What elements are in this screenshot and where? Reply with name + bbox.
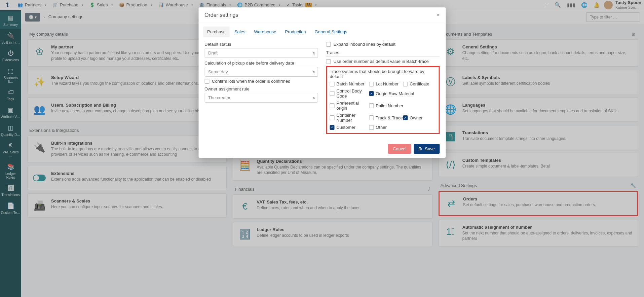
owner-rule-label: Owner assignment rule — [204, 86, 318, 91]
default-status-select[interactable]: Draft — [204, 48, 318, 58]
modal-header: Order settings × — [198, 7, 446, 23]
tab-sales[interactable]: Sales — [230, 27, 250, 37]
modal-footer: Cancel 🗎 Save — [198, 140, 446, 158]
confirm-lots-checkbox[interactable]: Confirm lots when the order is confirmed — [204, 79, 318, 84]
cancel-button[interactable]: Cancel — [388, 144, 411, 154]
owner-rule-select[interactable]: The creator — [204, 93, 318, 103]
trace-checkbox-track-trace[interactable]: Track & Trace — [369, 113, 403, 123]
close-icon[interactable]: × — [437, 12, 440, 18]
trace-checkbox-pallet-number[interactable]: Pallet Number — [369, 101, 436, 111]
trace-checkbox-control-body-code[interactable]: Control Body Code — [330, 88, 369, 99]
calc-pickup-select[interactable]: Same day — [204, 67, 318, 77]
modal-title: Order settings — [204, 12, 238, 18]
trace-checkbox-lot-number[interactable]: Lot Number — [369, 81, 403, 86]
trace-checkbox-other[interactable]: Other — [369, 125, 436, 130]
calc-pickup-label: Calculation of pickup date before delive… — [204, 61, 318, 66]
tab-purchase[interactable]: Purchase — [203, 27, 230, 37]
trace-forward-label: Trace systems that should be brought for… — [330, 69, 436, 79]
modal-tabs: Purchase Sales Warehouse Production Gene… — [198, 23, 446, 37]
traces-section-title: Traces — [326, 50, 440, 57]
use-order-number-checkbox[interactable]: Use order number as default value in Bat… — [326, 59, 440, 64]
default-status-label: Default status — [204, 42, 318, 47]
order-settings-modal: Order settings × Purchase Sales Warehous… — [198, 7, 446, 158]
trace-checkbox-container-number[interactable]: Container Number — [330, 113, 369, 123]
trace-checkbox-certificate[interactable]: Certificate — [403, 81, 436, 86]
trace-checkbox-origin-raw-material[interactable]: ✓Origin Raw Material — [369, 88, 436, 99]
trace-checkbox-customer[interactable]: ✓Customer — [330, 125, 369, 130]
trace-checkbox-preferential-origin[interactable]: Preferential origin — [330, 101, 369, 111]
trace-checkbox-owner[interactable]: ✓Owner — [403, 113, 436, 123]
save-button[interactable]: 🗎 Save — [414, 144, 440, 154]
tab-production[interactable]: Production — [281, 27, 310, 37]
tab-general[interactable]: General Settings — [311, 27, 351, 37]
tab-warehouse[interactable]: Warehouse — [250, 27, 280, 37]
trace-checkbox-batch-number[interactable]: Batch Number — [330, 81, 369, 86]
expand-inbound-checkbox[interactable]: Expand inbound lines by default — [326, 42, 440, 47]
trace-systems-box: Trace systems that should be brought for… — [326, 66, 440, 134]
